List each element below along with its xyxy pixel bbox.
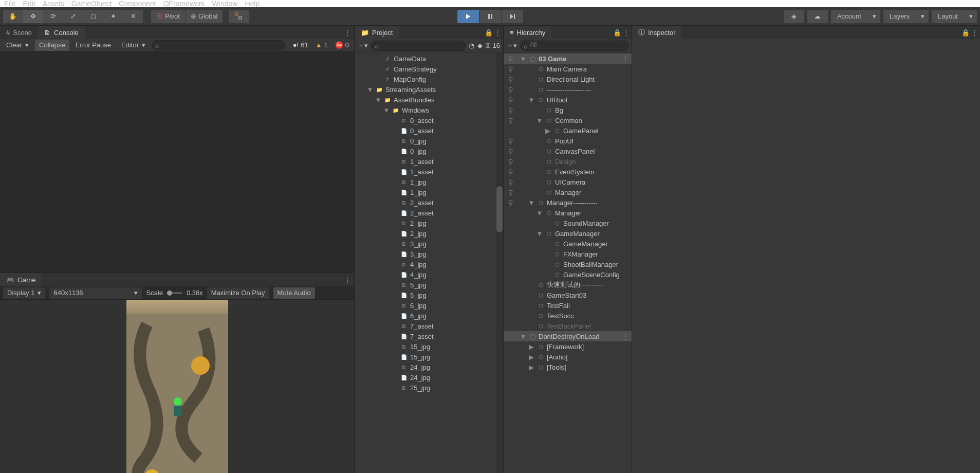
project-item[interactable]: #GameData [355,53,503,64]
project-item[interactable]: 📄2_asset [355,208,503,218]
hierarchy-item[interactable]: ▶⬡[Framework] [504,341,632,352]
collapse-button[interactable]: Collapse [35,40,69,51]
hierarchy-item[interactable]: ⚲⬡Design [504,156,632,167]
project-item[interactable]: 🗎0_jpg [355,136,503,146]
scene-tab[interactable]: # Scene [0,26,38,39]
create-dropdown[interactable]: ＋▾ [507,41,517,50]
hierarchy-item[interactable]: ⚲⬡Main Camera [504,64,632,74]
project-item[interactable]: #MapConfig [355,74,503,84]
warn-count[interactable]: ▲1 [312,41,331,49]
transform-tool[interactable]: ✦ [103,10,123,23]
visibility-toggle-icon[interactable]: ⚲ [506,65,516,73]
project-item[interactable]: 📄6_jpg [355,311,503,321]
project-item[interactable]: 🗎7_asset [355,321,503,331]
editor-dropdown[interactable]: Editor▾ [117,40,150,51]
visibility-toggle-icon[interactable]: ⚲ [506,148,516,155]
hierarchy-item[interactable]: ▼⬡GameManager [504,228,632,239]
move-tool[interactable]: ✥ [23,10,43,23]
project-item[interactable]: 🗎2_asset [355,197,503,208]
resolution-dropdown[interactable]: 640x1136▾ [49,287,142,299]
project-item[interactable]: 📄0_jpg [355,146,503,156]
project-item[interactable]: 📄5_jpg [355,290,503,300]
project-item[interactable]: ▼📁Windows [355,105,503,115]
play-button[interactable] [457,10,479,23]
hierarchy-item[interactable]: ⚲⬡Directional Light [504,74,632,84]
foldout-icon[interactable]: ▼ [520,333,526,339]
foldout-icon[interactable]: ▼ [537,210,543,216]
project-item[interactable]: ▼📁StreamingAssets [355,84,503,95]
project-item[interactable]: 📄2_jpg [355,228,503,239]
project-scrollbar[interactable] [496,52,503,473]
menu-gameobject[interactable]: GameObject [71,0,112,8]
tab-context-icon[interactable]: ⋮ [971,29,978,37]
project-item[interactable]: 🗎0_asset [355,115,503,125]
filter-by-label-icon[interactable]: ◆ [477,42,483,49]
foldout-icon[interactable]: ▶ [545,128,551,134]
mute-audio-button[interactable]: Mute Audio [273,287,315,299]
foldout-icon[interactable]: ▼ [375,97,381,103]
item-menu-icon[interactable]: ⋮ [622,55,628,63]
hierarchy-item[interactable]: ⬡TestFail [504,300,632,311]
project-search[interactable]: ⌕ [371,41,466,51]
hand-tool[interactable]: ✋ [3,10,23,23]
hierarchy-item[interactable]: ▼⬡Manager [504,208,632,218]
error-count[interactable]: ⛔0 [332,41,352,49]
hierarchy-item[interactable]: ⚲⬡PopUI [504,136,632,146]
hidden-count[interactable]: 👁̸16 [486,42,500,49]
project-tab[interactable]: 📁 Project [355,26,399,39]
hierarchy-item[interactable]: ▼◯DontDestroyOnLoad⋮ [504,331,632,341]
hierarchy-item[interactable]: ⚲▼⬡Manager----------- [504,197,632,208]
foldout-icon[interactable]: ▼ [383,107,390,113]
project-item[interactable]: 🗎1_jpg [355,177,503,187]
layers-dropdown[interactable]: Layers▾ [883,10,929,23]
menu-help[interactable]: Help [245,0,260,8]
hierarchy-item[interactable]: ⬡FXManager [504,249,632,259]
visibility-toggle-icon[interactable]: ⚲ [506,86,516,94]
hierarchy-item[interactable]: ⚲▼⬡UIRoot [504,95,632,105]
project-item[interactable]: ▼📁AssetBundles [355,95,503,105]
project-item[interactable]: 🗎3_jpg [355,239,503,249]
lock-icon[interactable]: 🔒 [613,29,621,37]
project-item[interactable]: 🗎5_jpg [355,280,503,290]
project-item[interactable]: 📄0_asset [355,125,503,136]
custom-tool[interactable]: ✕ [123,10,143,23]
project-item[interactable]: 📄1_asset [355,167,503,177]
foldout-icon[interactable]: ▼ [537,117,543,123]
lock-icon[interactable]: 🔒 [961,29,970,37]
project-item[interactable]: 📄3_jpg [355,249,503,259]
hierarchy-search[interactable]: ⌕All [520,41,628,51]
menu-assets[interactable]: Assets [43,0,64,8]
hierarchy-item[interactable]: ⚲⬡UICamera [504,177,632,187]
global-toggle[interactable]: ⊕Global [186,10,223,23]
hierarchy-item[interactable]: ⬡TestBackPanel [504,321,632,331]
hierarchy-item[interactable]: ⚲▼⬡Common [504,115,632,125]
hierarchy-item[interactable]: ⚲⬡CanvasPanel [504,146,632,156]
scale-tool[interactable]: ⤢ [63,10,83,23]
error-pause-button[interactable]: Error Pause [71,40,115,51]
visibility-toggle-icon[interactable]: ⚲ [506,199,516,207]
project-item[interactable]: 🗎4_jpg [355,259,503,269]
hierarchy-item[interactable]: ▶⬡[Audio] [504,352,632,362]
project-item[interactable]: 🗎2_jpg [355,218,503,228]
hierarchy-item[interactable]: ⬡GameManager [504,239,632,249]
foldout-icon[interactable]: ▼ [520,56,526,62]
hierarchy-item[interactable]: ⚲⬡Bg [504,105,632,115]
project-item[interactable]: 🗎1_asset [355,156,503,167]
hierarchy-item[interactable]: ⬡ShootBallManager [504,259,632,269]
inspector-tab[interactable]: ⓘ Inspector [632,26,681,39]
visibility-toggle-icon[interactable]: ⚲ [506,117,516,124]
menu-file[interactable]: File [4,0,16,8]
project-item[interactable]: #GameStrategy [355,64,503,74]
account-dropdown[interactable]: Account▾ [831,10,880,23]
lock-icon[interactable]: 🔒 [485,29,493,37]
hierarchy-item[interactable]: ⚲⬡Manager [504,187,632,197]
rotate-tool[interactable]: ⟳ [43,10,63,23]
foldout-icon[interactable]: ▶ [528,343,534,350]
console-tab[interactable]: 🗎 Console [38,26,85,39]
grid-snap-icon[interactable] [229,10,249,23]
hierarchy-item[interactable]: ⚲▼◯03 Game⋮ [504,53,632,64]
hierarchy-item[interactable]: ⬡GameSceneConfig [504,269,632,280]
project-item[interactable]: 📄15_jpg [355,352,503,362]
hierarchy-item[interactable]: ⚲⬡-------------------- [504,84,632,95]
hierarchy-item[interactable]: ⚲⬡EventSystem [504,167,632,177]
